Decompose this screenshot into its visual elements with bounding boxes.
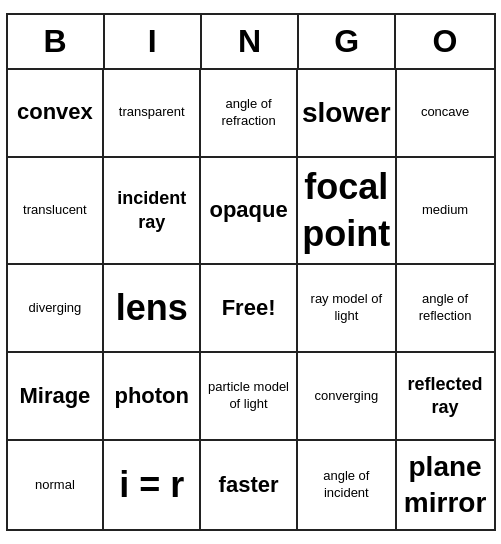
bingo-cell[interactable]: translucent — [8, 158, 105, 266]
cell-text: lens — [116, 285, 188, 332]
bingo-header: BINGO — [8, 15, 494, 70]
cell-text: particle model of light — [205, 379, 292, 413]
header-letter: G — [299, 15, 396, 68]
cell-text: normal — [35, 477, 75, 494]
bingo-cell[interactable]: medium — [397, 158, 494, 266]
cell-text: plane mirror — [401, 449, 490, 522]
header-letter: O — [396, 15, 493, 68]
bingo-cell[interactable]: reflected ray — [397, 353, 494, 441]
bingo-cell[interactable]: angle of incident — [298, 441, 397, 529]
header-letter: I — [105, 15, 202, 68]
cell-text: reflected ray — [401, 373, 490, 420]
cell-text: converging — [315, 388, 379, 405]
bingo-cell[interactable]: plane mirror — [397, 441, 494, 529]
cell-text: medium — [422, 202, 468, 219]
cell-text: slower — [302, 95, 391, 131]
bingo-cell[interactable]: photon — [104, 353, 201, 441]
bingo-cell[interactable]: ray model of light — [298, 265, 397, 353]
cell-text: angle of incident — [302, 468, 391, 502]
bingo-cell[interactable]: concave — [397, 70, 494, 158]
cell-text: i = r — [119, 462, 184, 509]
cell-text: diverging — [29, 300, 82, 317]
bingo-cell[interactable]: convex — [8, 70, 105, 158]
cell-text: Mirage — [19, 382, 90, 411]
cell-text: focal point — [302, 164, 391, 258]
bingo-cell[interactable]: transparent — [104, 70, 201, 158]
bingo-card: BINGO convextransparentangle of refracti… — [6, 13, 496, 532]
cell-text: ray model of light — [302, 291, 391, 325]
bingo-cell[interactable]: angle of refraction — [201, 70, 298, 158]
bingo-cell[interactable]: faster — [201, 441, 298, 529]
bingo-cell[interactable]: converging — [298, 353, 397, 441]
bingo-grid: convextransparentangle of refractionslow… — [8, 70, 494, 530]
bingo-cell[interactable]: Free! — [201, 265, 298, 353]
bingo-cell[interactable]: incident ray — [104, 158, 201, 266]
bingo-cell[interactable]: focal point — [298, 158, 397, 266]
header-letter: N — [202, 15, 299, 68]
cell-text: convex — [17, 98, 93, 127]
cell-text: incident ray — [108, 187, 195, 234]
bingo-cell[interactable]: particle model of light — [201, 353, 298, 441]
bingo-cell[interactable]: opaque — [201, 158, 298, 266]
bingo-cell[interactable]: diverging — [8, 265, 105, 353]
cell-text: angle of reflection — [401, 291, 490, 325]
bingo-cell[interactable]: i = r — [104, 441, 201, 529]
cell-text: faster — [219, 471, 279, 500]
cell-text: photon — [114, 382, 189, 411]
bingo-cell[interactable]: lens — [104, 265, 201, 353]
bingo-cell[interactable]: slower — [298, 70, 397, 158]
header-letter: B — [8, 15, 105, 68]
cell-text: Free! — [222, 294, 276, 323]
cell-text: concave — [421, 104, 469, 121]
bingo-cell[interactable]: normal — [8, 441, 105, 529]
cell-text: transparent — [119, 104, 185, 121]
cell-text: opaque — [209, 196, 287, 225]
bingo-cell[interactable]: Mirage — [8, 353, 105, 441]
cell-text: angle of refraction — [205, 96, 292, 130]
cell-text: translucent — [23, 202, 87, 219]
bingo-cell[interactable]: angle of reflection — [397, 265, 494, 353]
